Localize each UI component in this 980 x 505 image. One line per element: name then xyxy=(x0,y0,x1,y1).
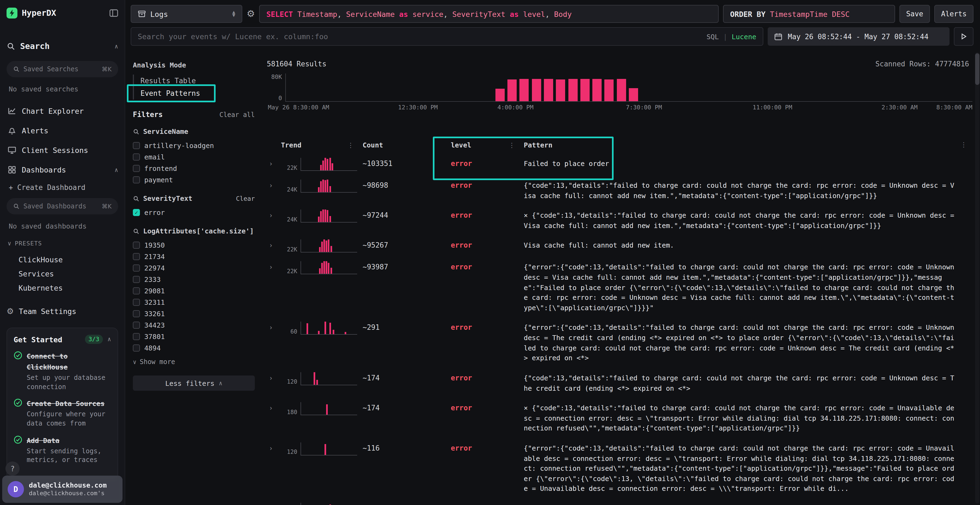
get-started-item[interactable]: Connect to ClickHouseSet up your databas… xyxy=(14,351,111,392)
chevron-up-icon[interactable]: ∧ xyxy=(108,336,111,343)
pattern-row[interactable]: › 22K ~93987 error {"error":{"code":13,"… xyxy=(267,262,972,313)
pattern-cell[interactable]: × {"code":13,"details":"failed to charge… xyxy=(524,503,960,505)
pattern-cell[interactable]: {"error":{"code":13,"details":"failed to… xyxy=(524,442,960,494)
checkbox[interactable] xyxy=(133,287,140,294)
checkbox[interactable] xyxy=(133,276,140,283)
pattern-row[interactable]: › 120 ~174 error {"code":13,"details":"f… xyxy=(267,372,972,394)
expand-row-icon[interactable]: › xyxy=(267,403,273,412)
filter-option[interactable]: 32311 xyxy=(133,297,255,308)
filter-option[interactable]: 37801 xyxy=(133,331,255,342)
presets-section-toggle[interactable]: ∨ PRESETS xyxy=(8,240,118,247)
create-dashboard-button[interactable]: + Create Dashboard xyxy=(9,183,118,192)
team-settings-link[interactable]: ⚙ Team Settings xyxy=(6,307,118,316)
order-by-editor[interactable]: ORDER BY TimestampTime DESC xyxy=(723,5,895,23)
histogram-bar[interactable] xyxy=(568,79,578,101)
checkbox[interactable] xyxy=(133,345,140,351)
search-section-header[interactable]: Search ∧ xyxy=(6,40,118,52)
pattern-row[interactable]: › 180 ~174 error × {"code":13,"details":… xyxy=(267,402,972,434)
pattern-cell[interactable]: {"error":{"code":13,"details":"failed to… xyxy=(524,262,960,313)
date-range-picker[interactable]: May 26 08:52:44 - May 27 08:52:44 xyxy=(768,27,950,46)
expand-row-icon[interactable]: › xyxy=(267,262,273,271)
pattern-row[interactable]: › 22K ~103351 error Failed to place orde… xyxy=(267,158,972,171)
sidebar-item-client-sessions[interactable]: Client Sessions xyxy=(6,142,118,158)
histogram-bar[interactable] xyxy=(531,79,541,101)
column-menu-icon[interactable]: ⋮ xyxy=(960,141,972,149)
histogram-bar[interactable] xyxy=(617,79,626,101)
filter-option[interactable]: error xyxy=(133,207,255,218)
pattern-row[interactable]: › 60 ~116 error × {"code":13,"details":"… xyxy=(267,503,972,505)
filter-option[interactable]: frontend xyxy=(133,163,255,174)
checkbox[interactable] xyxy=(133,253,140,260)
pattern-cell[interactable]: {"code":13,"details":"failed to charge c… xyxy=(524,372,960,394)
filter-option[interactable]: payment xyxy=(133,174,255,186)
checkbox[interactable] xyxy=(133,333,140,340)
preset-clickhouse[interactable]: ClickHouse xyxy=(6,252,118,267)
sidebar-collapse-icon[interactable] xyxy=(110,9,118,17)
save-button[interactable]: Save xyxy=(899,5,930,23)
checkbox[interactable] xyxy=(133,154,140,160)
scrollbar-thumb[interactable] xyxy=(975,53,980,85)
histogram-bar[interactable] xyxy=(508,80,517,101)
sidebar-item-chart-explorer[interactable]: Chart Explorer xyxy=(6,103,118,119)
pattern-cell[interactable]: Visa cache full: cannot add new item. xyxy=(524,240,960,251)
event-search-bar[interactable]: SQL | Lucene xyxy=(130,27,763,46)
filter-option[interactable]: 2333 xyxy=(133,274,255,285)
clear-all-filters-link[interactable]: Clear all xyxy=(220,111,255,118)
preset-kubernetes[interactable]: Kubernetes xyxy=(6,281,118,295)
chevron-up-icon[interactable]: ∧ xyxy=(115,43,118,50)
expand-row-icon[interactable]: › xyxy=(267,323,273,332)
pattern-row[interactable]: › 24K ~97244 error × {"code":13,"details… xyxy=(267,210,972,231)
preset-services[interactable]: Services xyxy=(6,267,118,281)
mode-toggle-sql[interactable]: SQL xyxy=(706,32,719,41)
sql-select-editor[interactable]: SELECT Timestamp, ServiceName as service… xyxy=(259,5,719,23)
mode-event-patterns[interactable]: Event Patterns xyxy=(134,87,200,100)
checkbox[interactable] xyxy=(133,241,140,249)
sidebar-item-alerts[interactable]: Alerts xyxy=(6,122,118,139)
scrollbar-track[interactable] xyxy=(975,52,980,503)
facet-clear-link[interactable]: Clear xyxy=(236,195,255,202)
checkbox[interactable] xyxy=(133,165,140,172)
pattern-cell[interactable]: × {"code":13,"details":"failed to charge… xyxy=(524,402,960,434)
pattern-row[interactable]: › 24K ~98698 error {"code":13,"details":… xyxy=(267,179,972,201)
expand-row-icon[interactable]: › xyxy=(267,443,273,452)
histogram-bar[interactable] xyxy=(556,79,565,101)
pattern-row[interactable]: › 120 ~116 error {"error":{"code":13,"de… xyxy=(267,442,972,494)
histogram-bar[interactable] xyxy=(629,88,638,101)
histogram-bar[interactable] xyxy=(592,79,601,101)
checkbox[interactable] xyxy=(133,299,140,306)
histogram-plot[interactable] xyxy=(285,73,972,102)
column-menu-icon[interactable]: ⋮ xyxy=(509,141,515,149)
filter-option[interactable]: email xyxy=(133,151,255,163)
sidebar-item-dashboards[interactable]: Dashboards ∧ xyxy=(6,162,118,178)
pattern-cell[interactable]: Failed to place order xyxy=(524,158,960,169)
filter-option[interactable]: 19350 xyxy=(133,240,255,251)
checkbox[interactable] xyxy=(133,142,140,149)
expand-row-icon[interactable]: › xyxy=(267,241,273,249)
histogram-bar[interactable] xyxy=(544,79,553,101)
show-more-link[interactable]: ∨ Show more xyxy=(133,358,255,366)
mode-results-table[interactable]: Results Table xyxy=(134,75,255,87)
user-account-chip[interactable]: D dale@clickhouse.com dale@clickhouse.co… xyxy=(2,476,123,503)
filter-option[interactable]: 4894 xyxy=(133,342,255,354)
pattern-cell[interactable]: {"error":{"code":13,"details":"failed to… xyxy=(524,322,960,364)
filter-option[interactable]: 34423 xyxy=(133,319,255,331)
checkbox[interactable] xyxy=(133,322,140,329)
checkbox[interactable] xyxy=(133,209,140,216)
mode-toggle-lucene[interactable]: Lucene xyxy=(732,32,756,41)
filter-option[interactable]: 29081 xyxy=(133,285,255,297)
results-histogram[interactable]: 80K 0 xyxy=(267,73,972,102)
histogram-bar[interactable] xyxy=(519,79,529,101)
filter-option[interactable]: artillery-loadgen xyxy=(133,140,255,151)
expand-row-icon[interactable]: › xyxy=(267,504,273,505)
alerts-button[interactable]: Alerts xyxy=(934,5,974,23)
less-filters-button[interactable]: Less filters ∧ xyxy=(133,375,255,391)
saved-searches-input[interactable]: Saved Searches ⌘K xyxy=(6,61,118,77)
saved-dashboards-input[interactable]: Saved Dashboards ⌘K xyxy=(6,198,118,214)
checkbox[interactable] xyxy=(133,310,140,317)
filter-option[interactable]: 33261 xyxy=(133,308,255,319)
histogram-bar[interactable] xyxy=(605,79,614,101)
histogram-bar[interactable] xyxy=(581,79,590,101)
run-search-button[interactable] xyxy=(954,27,974,46)
chevron-up-icon[interactable]: ∧ xyxy=(115,166,118,173)
pattern-cell[interactable]: {"code":13,"details":"failed to charge c… xyxy=(524,179,960,201)
